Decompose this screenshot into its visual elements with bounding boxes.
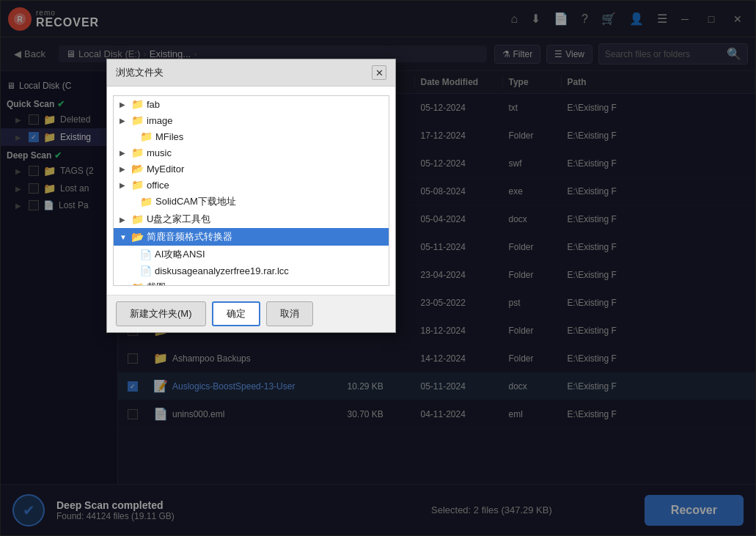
dialog-body: ▶ 📁 fab ▶ 📁 image 📁 MFiles ▶ 📁 — [107, 87, 395, 295]
browse-folder-dialog: 浏览文件夹 ✕ ▶ 📁 fab ▶ 📁 image 📁 MFiles — [106, 59, 396, 333]
diskusage-label: diskusageanalyzerfree19.rar.lcc — [155, 265, 289, 276]
tree-item-solidcam[interactable]: 📁 SolidCAM下载地址 — [114, 193, 389, 210]
tree-item-fab[interactable]: ▶ 📁 fab — [114, 96, 389, 112]
image-arrow-icon: ▶ — [120, 117, 128, 125]
music-arrow-icon: ▶ — [120, 149, 128, 157]
jianlu-arrow-icon: ▼ — [120, 233, 128, 241]
udisk-folder-icon: 📁 — [131, 213, 144, 225]
tree-item-ai[interactable]: 📄 AI攻略ANSI — [114, 246, 389, 263]
tree-item-myeditor[interactable]: ▶ 📂 MyEditor — [114, 161, 389, 177]
udisk-arrow-icon: ▶ — [120, 216, 128, 224]
office-arrow-icon: ▶ — [120, 181, 128, 189]
dialog-overlay: 浏览文件夹 ✕ ▶ 📁 fab ▶ 📁 image 📁 MFiles — [0, 0, 756, 536]
music-label: music — [147, 147, 172, 158]
tree-item-office[interactable]: ▶ 📁 office — [114, 177, 389, 193]
tree-item-udisk[interactable]: ▶ 📁 U盘之家工具包 — [114, 210, 389, 228]
fab-folder-icon: 📁 — [131, 98, 144, 110]
dialog-footer: 新建文件夹(M) 确定 取消 — [107, 295, 395, 332]
tree-item-jianlu[interactable]: ▼ 📂 简鹿音频格式转换器 — [114, 228, 389, 246]
dialog-title-bar: 浏览文件夹 ✕ — [107, 59, 395, 87]
mfiles-folder-icon: 📁 — [140, 131, 153, 142]
dialog-close-button[interactable]: ✕ — [372, 65, 386, 80]
mfiles-label: MFiles — [155, 131, 183, 142]
image-folder-icon: 📁 — [131, 114, 144, 126]
dialog-title: 浏览文件夹 — [116, 66, 164, 79]
ai-label: AI攻略ANSI — [155, 248, 205, 261]
jianlu-label: 简鹿音频格式转换器 — [147, 230, 232, 243]
myeditor-label: MyEditor — [147, 164, 184, 175]
udisk-label: U盘之家工具包 — [147, 213, 210, 226]
ai-file-icon: 📄 — [140, 249, 152, 260]
myeditor-folder-icon: 📂 — [131, 163, 144, 175]
dialog-tree[interactable]: ▶ 📁 fab ▶ 📁 image 📁 MFiles ▶ 📁 — [113, 95, 389, 286]
myeditor-arrow-icon: ▶ — [120, 165, 128, 173]
jianlu-folder-icon: 📂 — [131, 231, 144, 243]
solidcam-label: SolidCAM下载地址 — [155, 195, 236, 208]
office-label: office — [147, 180, 169, 191]
tree-item-image[interactable]: ▶ 📁 image — [114, 112, 389, 128]
screenshot-label: 截图 — [147, 281, 166, 286]
image-label: image — [147, 115, 172, 126]
fab-arrow-icon: ▶ — [120, 100, 128, 109]
fab-label: fab — [147, 99, 160, 110]
tree-item-music[interactable]: ▶ 📁 music — [114, 144, 389, 161]
office-folder-icon: 📁 — [131, 179, 144, 191]
diskusage-file-icon: 📄 — [140, 265, 152, 276]
new-folder-button[interactable]: 新建文件夹(M) — [116, 301, 206, 326]
confirm-button[interactable]: 确定 — [212, 301, 260, 326]
tree-item-screenshot[interactable]: 📁 截图 — [114, 279, 389, 286]
screenshot-folder-icon: 📁 — [131, 282, 144, 286]
tree-item-mfiles[interactable]: 📁 MFiles — [114, 128, 389, 144]
tree-item-diskusage[interactable]: 📄 diskusageanalyzerfree19.rar.lcc — [114, 263, 389, 279]
music-folder-icon: 📁 — [131, 147, 144, 158]
cancel-button[interactable]: 取消 — [266, 301, 313, 326]
solidcam-folder-icon: 📁 — [140, 196, 153, 208]
